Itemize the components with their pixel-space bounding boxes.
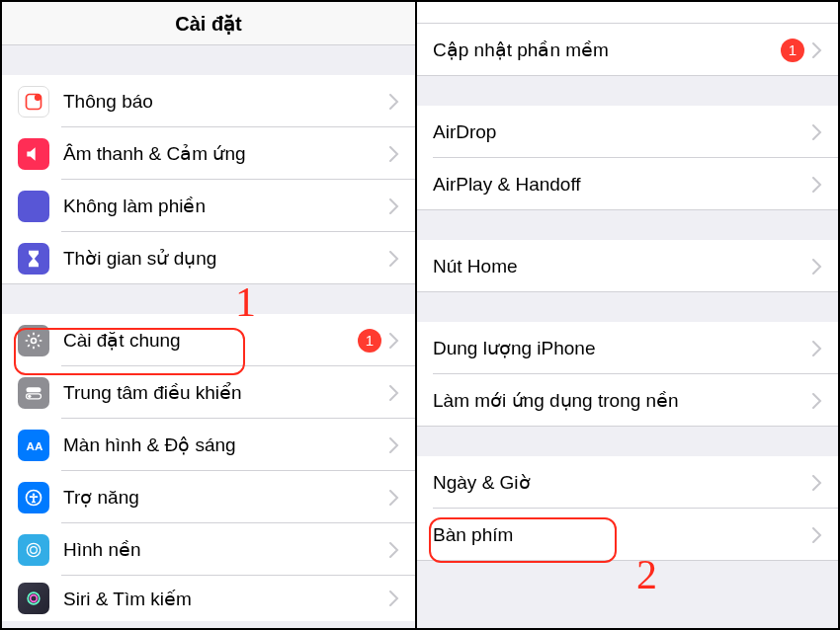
- sound-icon: [18, 138, 49, 170]
- row-airplay[interactable]: AirPlay & Handoff: [417, 158, 838, 210]
- chevron-right-icon: [812, 259, 822, 275]
- row-label: Màn hình & Độ sáng: [63, 433, 389, 456]
- chevron-right-icon: [389, 198, 399, 214]
- row-label: Trung tâm điều khiển: [63, 381, 389, 404]
- row-label: Thông báo: [63, 91, 389, 113]
- gear-icon: [18, 325, 49, 356]
- settings-pane: Cài đặt Thông báo Âm thanh & Cảm ứng Khô…: [2, 2, 417, 628]
- row-wallpaper[interactable]: Hình nền: [2, 523, 415, 576]
- row-label: Bàn phím: [433, 524, 812, 546]
- settings-group-1: Thông báo Âm thanh & Cảm ứng Không làm p…: [2, 75, 415, 284]
- chevron-right-icon: [812, 42, 822, 58]
- chevron-right-icon: [389, 542, 399, 558]
- row-label: Ngày & Giờ: [433, 471, 812, 494]
- row-date-time[interactable]: Ngày & Giờ: [417, 456, 838, 509]
- accessibility-icon: [18, 482, 49, 513]
- row-label: Siri & Tìm kiếm: [63, 588, 389, 610]
- row-label: Không làm phiền: [63, 195, 389, 217]
- chevron-right-icon: [812, 341, 822, 356]
- svg-point-10: [31, 546, 38, 553]
- partial-row-top: [417, 2, 838, 24]
- chevron-right-icon: [812, 527, 822, 543]
- moon-icon: [18, 191, 49, 222]
- svg-rect-3: [27, 387, 42, 392]
- svg-text:AA: AA: [27, 439, 43, 452]
- chevron-right-icon: [389, 333, 399, 349]
- svg-point-12: [31, 595, 38, 602]
- chevron-right-icon: [812, 124, 822, 140]
- siri-icon: [18, 583, 49, 614]
- chevron-right-icon: [812, 177, 822, 193]
- page-title: Cài đặt: [2, 2, 415, 45]
- svg-point-8: [33, 493, 36, 496]
- row-label: Thời gian sử dụng: [63, 247, 389, 270]
- chevron-right-icon: [389, 490, 399, 506]
- row-siri[interactable]: Siri & Tìm kiếm: [2, 576, 415, 621]
- row-screentime[interactable]: Thời gian sử dụng: [2, 232, 415, 284]
- svg-point-1: [35, 94, 42, 101]
- row-label: Cài đặt chung: [63, 329, 358, 352]
- chevron-right-icon: [389, 385, 399, 401]
- row-keyboard[interactable]: Bàn phím: [417, 509, 838, 561]
- chevron-right-icon: [389, 146, 399, 162]
- row-software-update[interactable]: Cập nhật phần mềm 1: [417, 24, 838, 76]
- svg-point-2: [32, 338, 37, 343]
- row-dnd[interactable]: Không làm phiền: [2, 180, 415, 232]
- chevron-right-icon: [389, 94, 399, 110]
- row-control-center[interactable]: Trung tâm điều khiển: [2, 366, 415, 419]
- row-label: Cập nhật phần mềm: [433, 39, 781, 61]
- hourglass-icon: [18, 243, 49, 275]
- svg-point-5: [28, 394, 31, 397]
- chevron-right-icon: [389, 251, 399, 267]
- svg-point-9: [27, 543, 40, 556]
- chevron-right-icon: [389, 437, 399, 453]
- settings-group-2: Cài đặt chung 1 Trung tâm điều khiển AA …: [2, 314, 415, 621]
- row-display[interactable]: AA Màn hình & Độ sáng: [2, 419, 415, 471]
- row-iphone-storage[interactable]: Dung lượng iPhone: [417, 322, 838, 374]
- row-about[interactable]: [417, 2, 838, 24]
- toggle-icon: [18, 377, 49, 409]
- row-label: Dung lượng iPhone: [433, 337, 812, 359]
- row-home-button[interactable]: Nút Home: [417, 240, 838, 292]
- chevron-right-icon: [812, 393, 822, 409]
- badge-count: 1: [781, 39, 804, 62]
- row-accessibility[interactable]: Trợ năng: [2, 471, 415, 523]
- row-label: Âm thanh & Cảm ứng: [63, 142, 389, 165]
- row-airdrop[interactable]: AirDrop: [417, 106, 838, 158]
- row-label: AirDrop: [433, 121, 812, 143]
- row-label: Hình nền: [63, 538, 389, 561]
- notification-icon: [18, 86, 49, 118]
- chevron-right-icon: [812, 475, 822, 491]
- wallpaper-icon: [18, 534, 49, 566]
- badge-count: 1: [358, 329, 381, 353]
- row-label: Trợ năng: [63, 486, 389, 509]
- row-general[interactable]: Cài đặt chung 1: [2, 314, 415, 366]
- row-notifications[interactable]: Thông báo: [2, 75, 415, 127]
- text-icon: AA: [18, 430, 49, 461]
- row-background-refresh[interactable]: Làm mới ứng dụng trong nền: [417, 374, 838, 427]
- row-label: Làm mới ứng dụng trong nền: [433, 389, 812, 412]
- general-pane: Cập nhật phần mềm 1 AirDrop AirPlay & Ha…: [417, 2, 838, 628]
- chevron-right-icon: [389, 591, 399, 606]
- row-sounds[interactable]: Âm thanh & Cảm ứng: [2, 127, 415, 180]
- row-label: AirPlay & Handoff: [433, 174, 812, 196]
- row-label: Nút Home: [433, 256, 812, 277]
